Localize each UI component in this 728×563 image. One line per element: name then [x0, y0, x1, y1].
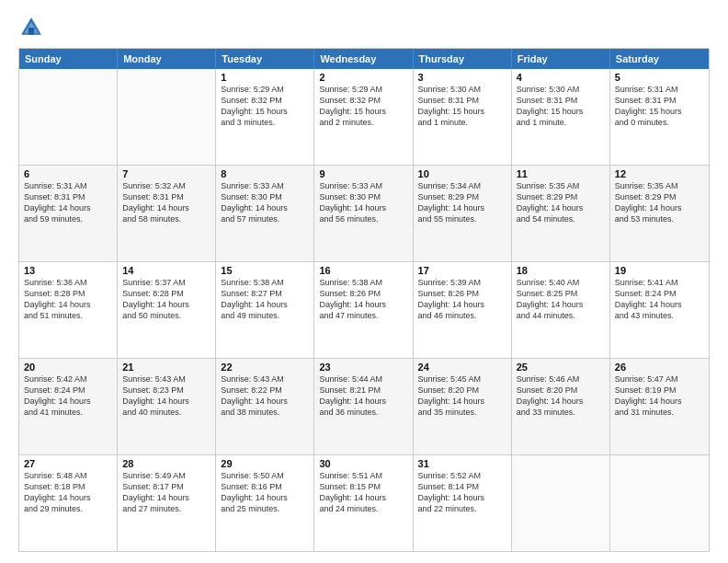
day-cell-22: 22Sunrise: 5:43 AM Sunset: 8:22 PM Dayli…	[216, 359, 314, 454]
day-number: 15	[221, 265, 309, 276]
cell-details: Sunrise: 5:38 AM Sunset: 8:27 PM Dayligh…	[221, 277, 309, 322]
day-number: 20	[24, 362, 112, 373]
cell-details: Sunrise: 5:31 AM Sunset: 8:31 PM Dayligh…	[24, 180, 112, 225]
header	[18, 15, 710, 40]
day-number: 29	[221, 458, 309, 469]
day-cell-11: 11Sunrise: 5:35 AM Sunset: 8:29 PM Dayli…	[512, 166, 610, 261]
day-number: 23	[319, 362, 407, 373]
cell-details: Sunrise: 5:46 AM Sunset: 8:20 PM Dayligh…	[517, 373, 605, 419]
cell-details: Sunrise: 5:33 AM Sunset: 8:30 PM Dayligh…	[319, 180, 407, 225]
header-day-tuesday: Tuesday	[216, 49, 314, 69]
calendar: SundayMondayTuesdayWednesdayThursdayFrid…	[18, 48, 710, 552]
day-cell-19: 19Sunrise: 5:41 AM Sunset: 8:24 PM Dayli…	[610, 262, 709, 358]
day-number: 25	[517, 362, 605, 373]
day-cell-28: 28Sunrise: 5:49 AM Sunset: 8:17 PM Dayli…	[118, 455, 216, 551]
day-number: 4	[517, 72, 605, 83]
day-number: 9	[319, 168, 407, 179]
cell-details: Sunrise: 5:42 AM Sunset: 8:24 PM Dayligh…	[24, 373, 112, 419]
cell-details: Sunrise: 5:35 AM Sunset: 8:29 PM Dayligh…	[517, 180, 605, 225]
cell-details: Sunrise: 5:52 AM Sunset: 8:14 PM Dayligh…	[418, 470, 506, 515]
cell-details: Sunrise: 5:30 AM Sunset: 8:31 PM Dayligh…	[517, 84, 605, 129]
empty-cell-r0c1	[118, 69, 216, 165]
day-number: 16	[319, 265, 407, 276]
calendar-row-2: 6Sunrise: 5:31 AM Sunset: 8:31 PM Daylig…	[19, 165, 709, 261]
cell-details: Sunrise: 5:47 AM Sunset: 8:19 PM Dayligh…	[615, 373, 704, 419]
day-cell-4: 4Sunrise: 5:30 AM Sunset: 8:31 PM Daylig…	[512, 69, 610, 165]
day-cell-17: 17Sunrise: 5:39 AM Sunset: 8:26 PM Dayli…	[414, 262, 512, 358]
day-number: 8	[221, 168, 309, 179]
day-cell-29: 29Sunrise: 5:50 AM Sunset: 8:16 PM Dayli…	[216, 455, 314, 551]
day-number: 17	[418, 265, 506, 276]
empty-cell-r0c0	[19, 69, 118, 165]
day-cell-3: 3Sunrise: 5:30 AM Sunset: 8:31 PM Daylig…	[414, 69, 512, 165]
header-day-wednesday: Wednesday	[314, 49, 413, 69]
cell-details: Sunrise: 5:34 AM Sunset: 8:29 PM Dayligh…	[418, 180, 506, 225]
cell-details: Sunrise: 5:33 AM Sunset: 8:30 PM Dayligh…	[221, 180, 309, 225]
day-cell-26: 26Sunrise: 5:47 AM Sunset: 8:19 PM Dayli…	[610, 359, 709, 454]
cell-details: Sunrise: 5:36 AM Sunset: 8:28 PM Dayligh…	[24, 277, 112, 322]
day-cell-5: 5Sunrise: 5:31 AM Sunset: 8:31 PM Daylig…	[610, 69, 709, 165]
header-day-thursday: Thursday	[414, 49, 512, 69]
day-cell-31: 31Sunrise: 5:52 AM Sunset: 8:14 PM Dayli…	[414, 455, 512, 551]
day-cell-18: 18Sunrise: 5:40 AM Sunset: 8:25 PM Dayli…	[512, 262, 610, 358]
calendar-row-4: 20Sunrise: 5:42 AM Sunset: 8:24 PM Dayli…	[19, 358, 709, 454]
day-number: 24	[418, 362, 506, 373]
day-number: 30	[319, 458, 407, 469]
day-number: 14	[122, 265, 210, 276]
day-cell-2: 2Sunrise: 5:29 AM Sunset: 8:32 PM Daylig…	[314, 69, 413, 165]
cell-details: Sunrise: 5:30 AM Sunset: 8:31 PM Dayligh…	[418, 84, 506, 129]
cell-details: Sunrise: 5:44 AM Sunset: 8:21 PM Dayligh…	[319, 373, 407, 419]
header-day-monday: Monday	[118, 49, 216, 69]
header-day-friday: Friday	[512, 49, 610, 69]
cell-details: Sunrise: 5:32 AM Sunset: 8:31 PM Dayligh…	[122, 180, 210, 225]
day-number: 31	[418, 458, 506, 469]
calendar-row-3: 13Sunrise: 5:36 AM Sunset: 8:28 PM Dayli…	[19, 261, 709, 358]
day-number: 5	[615, 72, 704, 83]
day-cell-24: 24Sunrise: 5:45 AM Sunset: 8:20 PM Dayli…	[414, 359, 512, 454]
header-day-sunday: Sunday	[19, 49, 118, 69]
day-cell-8: 8Sunrise: 5:33 AM Sunset: 8:30 PM Daylig…	[216, 166, 314, 261]
day-number: 3	[418, 72, 506, 83]
day-cell-16: 16Sunrise: 5:38 AM Sunset: 8:26 PM Dayli…	[314, 262, 413, 358]
day-number: 6	[24, 168, 112, 179]
day-cell-7: 7Sunrise: 5:32 AM Sunset: 8:31 PM Daylig…	[118, 166, 216, 261]
cell-details: Sunrise: 5:35 AM Sunset: 8:29 PM Dayligh…	[615, 180, 704, 225]
cell-details: Sunrise: 5:48 AM Sunset: 8:18 PM Dayligh…	[24, 470, 112, 515]
cell-details: Sunrise: 5:49 AM Sunset: 8:17 PM Dayligh…	[122, 470, 210, 515]
day-cell-23: 23Sunrise: 5:44 AM Sunset: 8:21 PM Dayli…	[314, 359, 413, 454]
day-number: 21	[122, 362, 210, 373]
svg-rect-2	[28, 28, 34, 35]
cell-details: Sunrise: 5:31 AM Sunset: 8:31 PM Dayligh…	[615, 84, 704, 129]
day-cell-1: 1Sunrise: 5:29 AM Sunset: 8:32 PM Daylig…	[216, 69, 314, 165]
day-cell-20: 20Sunrise: 5:42 AM Sunset: 8:24 PM Dayli…	[19, 359, 118, 454]
day-number: 22	[221, 362, 309, 373]
day-number: 13	[24, 265, 112, 276]
cell-details: Sunrise: 5:45 AM Sunset: 8:20 PM Dayligh…	[418, 373, 506, 419]
cell-details: Sunrise: 5:37 AM Sunset: 8:28 PM Dayligh…	[122, 277, 210, 322]
cell-details: Sunrise: 5:29 AM Sunset: 8:32 PM Dayligh…	[221, 84, 309, 129]
empty-cell-r4c6	[610, 455, 709, 551]
day-number: 11	[517, 168, 605, 179]
day-cell-15: 15Sunrise: 5:38 AM Sunset: 8:27 PM Dayli…	[216, 262, 314, 358]
cell-details: Sunrise: 5:38 AM Sunset: 8:26 PM Dayligh…	[319, 277, 407, 322]
day-number: 26	[615, 362, 704, 373]
day-cell-25: 25Sunrise: 5:46 AM Sunset: 8:20 PM Dayli…	[512, 359, 610, 454]
cell-details: Sunrise: 5:29 AM Sunset: 8:32 PM Dayligh…	[319, 84, 407, 129]
day-number: 7	[122, 168, 210, 179]
cell-details: Sunrise: 5:39 AM Sunset: 8:26 PM Dayligh…	[418, 277, 506, 322]
page: SundayMondayTuesdayWednesdayThursdayFrid…	[0, 0, 728, 563]
calendar-header: SundayMondayTuesdayWednesdayThursdayFrid…	[19, 49, 709, 69]
cell-details: Sunrise: 5:40 AM Sunset: 8:25 PM Dayligh…	[517, 277, 605, 322]
cell-details: Sunrise: 5:43 AM Sunset: 8:23 PM Dayligh…	[122, 373, 210, 419]
day-number: 1	[221, 72, 309, 83]
cell-details: Sunrise: 5:41 AM Sunset: 8:24 PM Dayligh…	[615, 277, 704, 322]
day-number: 19	[615, 265, 704, 276]
day-cell-10: 10Sunrise: 5:34 AM Sunset: 8:29 PM Dayli…	[414, 166, 512, 261]
day-cell-21: 21Sunrise: 5:43 AM Sunset: 8:23 PM Dayli…	[118, 359, 216, 454]
day-number: 18	[517, 265, 605, 276]
day-cell-13: 13Sunrise: 5:36 AM Sunset: 8:28 PM Dayli…	[19, 262, 118, 358]
header-day-saturday: Saturday	[610, 49, 709, 69]
calendar-row-1: 1Sunrise: 5:29 AM Sunset: 8:32 PM Daylig…	[19, 69, 709, 165]
day-cell-9: 9Sunrise: 5:33 AM Sunset: 8:30 PM Daylig…	[314, 166, 413, 261]
day-cell-6: 6Sunrise: 5:31 AM Sunset: 8:31 PM Daylig…	[19, 166, 118, 261]
